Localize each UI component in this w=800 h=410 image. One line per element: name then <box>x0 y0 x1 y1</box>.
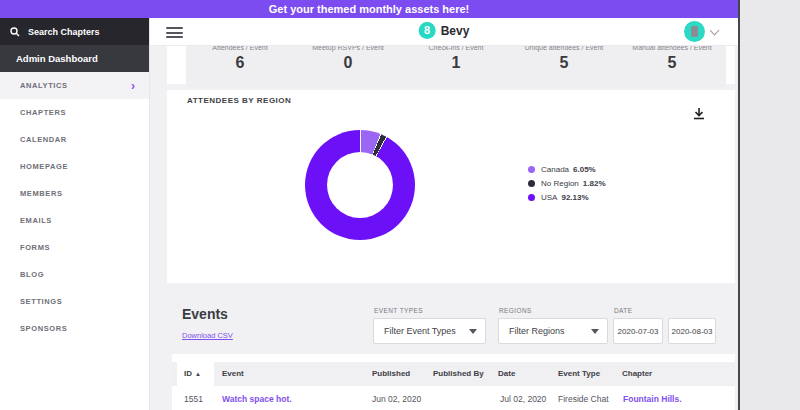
header-date[interactable]: Date <box>498 362 515 386</box>
sidebar-item-homepage[interactable]: HOMEPAGE <box>0 153 149 180</box>
stat-attendees-per-event: Attendees / Event 6 <box>186 40 294 87</box>
cell-chapter-link[interactable]: Fountain Hills. <box>623 392 682 406</box>
stat-unique-attendees-per-event: Unique attendees / Event 5 <box>510 40 618 87</box>
download-chart-icon[interactable] <box>693 106 705 124</box>
cell-date: Jul 02, 2020 <box>500 392 546 406</box>
date-to-input[interactable] <box>668 318 716 344</box>
sidebar-item-calendar[interactable]: CALENDAR <box>0 126 149 153</box>
donut-chart[interactable] <box>305 130 415 240</box>
search-chapters-input[interactable]: Search Chapters <box>0 18 149 45</box>
chart-legend: Canada 6.05% No Region 1.82% USA 92.13% <box>528 162 606 204</box>
date-from-input[interactable] <box>613 318 663 344</box>
sidebar-item-emails[interactable]: EMAILS <box>0 207 149 234</box>
event-types-select[interactable]: Filter Event Types <box>373 318 486 344</box>
cell-event-type: Fireside Chat <box>558 392 609 406</box>
menu-icon[interactable] <box>166 27 183 38</box>
chart-title: ATTENDEES BY REGION <box>187 96 291 105</box>
sidebar-item-analytics[interactable]: ANALYTICS › <box>0 72 149 99</box>
stats-band: Attendees / Event 6 Meetup RSVPs / Event… <box>186 40 726 87</box>
sidebar-item-members[interactable]: MEMBERS <box>0 180 149 207</box>
header-published[interactable]: Published <box>372 362 410 386</box>
avatar-image <box>691 26 698 37</box>
sidebar-item-sponsors[interactable]: SPONSORS <box>0 315 149 342</box>
header-id-label[interactable]: ID▲ <box>184 362 201 386</box>
header-event[interactable]: Event <box>222 362 244 386</box>
screen: Get your themed monthly assets here! 8 B… <box>0 0 800 410</box>
chevron-down-icon[interactable] <box>710 25 720 35</box>
chevron-right-icon: › <box>131 81 135 91</box>
stat-meetup-rsvps-per-event: Meetup RSVPs / Event 0 <box>294 40 402 87</box>
event-types-label: EVENT TYPES <box>374 307 423 314</box>
regions-label: REGIONS <box>499 307 532 314</box>
legend-item-canada[interactable]: Canada 6.05% <box>528 162 606 176</box>
bevy-logo-icon: 8 <box>419 22 436 39</box>
top-bar: 8 Bevy <box>150 18 738 46</box>
header-published-by[interactable]: Published By <box>433 362 484 386</box>
caret-down-icon <box>469 329 477 334</box>
search-chapters-label: Search Chapters <box>28 27 100 37</box>
caret-down-icon <box>591 329 599 334</box>
cell-published: Jun 02, 2020 <box>372 392 421 406</box>
events-title: Events <box>182 306 228 322</box>
download-csv-link[interactable]: Download CSV <box>182 331 233 340</box>
header-event-type[interactable]: Event Type <box>558 362 600 386</box>
sidebar-item-settings[interactable]: SETTINGS <box>0 288 149 315</box>
promo-banner[interactable]: Get your themed monthly assets here! <box>0 0 738 18</box>
events-table: ID▲ Event Published Published By Date Ev… <box>172 354 735 410</box>
promo-banner-text: Get your themed monthly assets here! <box>269 3 470 15</box>
admin-dashboard-label: Admin Dashboard <box>16 53 98 64</box>
header-chapter[interactable]: Chapter <box>622 362 652 386</box>
account-menu[interactable] <box>684 21 718 42</box>
app-window: Get your themed monthly assets here! 8 B… <box>0 0 740 410</box>
sidebar-item-blog[interactable]: BLOG <box>0 261 149 288</box>
sidebar-item-chapters[interactable]: CHAPTERS <box>0 99 149 126</box>
date-label: DATE <box>614 307 632 314</box>
sidebar: Search Chapters Admin Dashboard ANALYTIC… <box>0 18 150 410</box>
brand-name: Bevy <box>441 24 470 38</box>
table-row: 1551 Watch space hot. Jun 02, 2020 Jul 0… <box>172 392 735 410</box>
legend-dot-canada <box>528 166 535 173</box>
legend-item-no-region[interactable]: No Region 1.82% <box>528 176 606 190</box>
legend-dot-usa <box>528 194 535 201</box>
stat-manual-attendees-per-event: Manual attendees / Event 5 <box>618 40 726 87</box>
admin-dashboard-header[interactable]: Admin Dashboard <box>0 45 149 72</box>
stat-checkins-per-event: Check-ins / Event 1 <box>402 40 510 87</box>
sort-asc-icon: ▲ <box>195 371 201 377</box>
brand-logo[interactable]: 8 Bevy <box>419 22 470 39</box>
cell-event-link[interactable]: Watch space hot. <box>222 392 292 406</box>
sidebar-item-forms[interactable]: FORMS <box>0 234 149 261</box>
search-icon <box>10 27 20 37</box>
cell-id: 1551 <box>184 392 203 406</box>
legend-dot-no-region <box>528 180 535 187</box>
avatar[interactable] <box>684 21 705 42</box>
table-header-row: ID▲ Event Published Published By Date Ev… <box>172 362 735 386</box>
attendees-by-region-card: ATTENDEES BY REGION Canada 6.05% No Regi… <box>167 90 735 283</box>
regions-select[interactable]: Filter Regions <box>498 318 608 344</box>
legend-item-usa[interactable]: USA 92.13% <box>528 190 606 204</box>
